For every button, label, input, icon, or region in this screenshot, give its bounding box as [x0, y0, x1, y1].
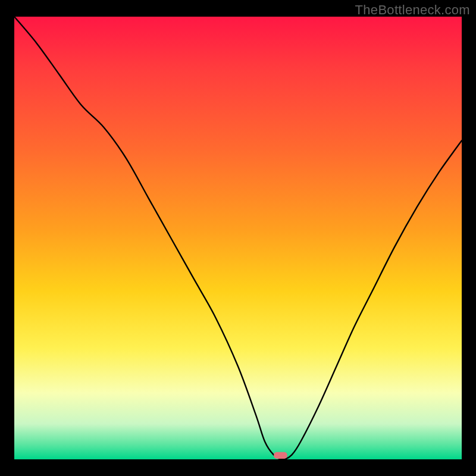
bottleneck-chart [14, 17, 462, 459]
gradient-background [14, 17, 462, 459]
chart-frame: TheBottleneck.com [0, 0, 476, 476]
watermark-text: TheBottleneck.com [355, 2, 470, 18]
minimum-marker [274, 452, 287, 459]
plot-area [14, 17, 462, 459]
